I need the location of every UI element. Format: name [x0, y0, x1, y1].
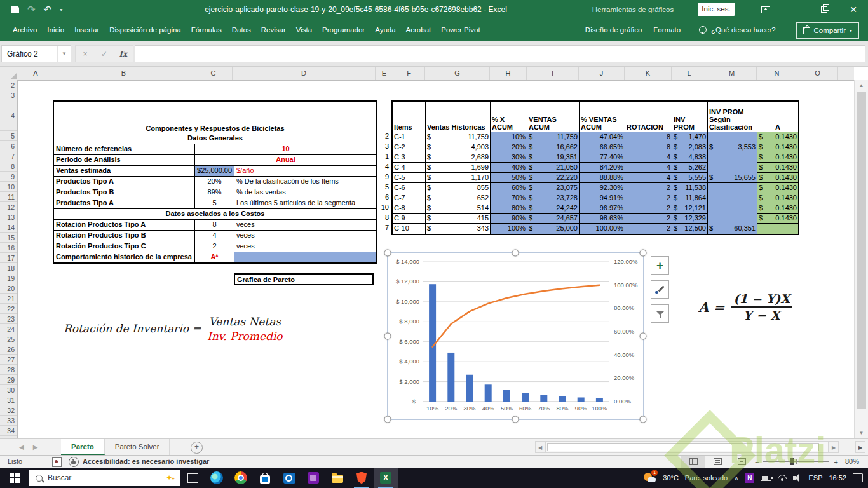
volume-icon[interactable] [793, 474, 802, 482]
ribbon-tab-insertar[interactable]: Insertar [69, 19, 104, 41]
restore-button[interactable] [810, 0, 839, 19]
e-column-value[interactable]: 2 [372, 131, 390, 141]
zoom-level[interactable]: 80% [845, 456, 859, 468]
left-table-row[interactable]: Rotación Productos Tipo B4veces [54, 231, 376, 241]
column-header-k[interactable]: K [625, 66, 672, 80]
row-header-31[interactable]: 31 [0, 395, 17, 405]
row-header-28[interactable]: 28 [0, 365, 17, 375]
select-all-corner[interactable] [0, 66, 18, 80]
customize-qat-icon[interactable]: ▾ [60, 7, 62, 13]
ribbon-tab-datos[interactable]: Datos [227, 19, 256, 41]
column-header-f[interactable]: F [393, 66, 425, 80]
items-table-row[interactable]: C-2$4,90320%$16,66266.65%8$2,083$3,553$0… [393, 142, 798, 152]
share-button[interactable]: Compartir ▾ [796, 22, 860, 39]
chart-selection-handle[interactable] [384, 416, 391, 423]
zoom-slider-thumb[interactable] [790, 458, 794, 465]
weather-temperature[interactable]: 30°C [663, 474, 679, 482]
left-table-row[interactable]: Número de referencias10 [54, 144, 376, 155]
tray-chevron-up-icon[interactable]: ∧ [734, 475, 738, 482]
e-column-value[interactable]: 5 [372, 182, 390, 192]
column-header-o[interactable]: O [797, 66, 838, 80]
left-table-row[interactable]: Productos Tipo B89%% de las ventas [54, 187, 376, 198]
chart-selection-handle[interactable] [640, 250, 647, 257]
formula-input[interactable] [135, 45, 865, 62]
chart-styles-button[interactable] [651, 280, 669, 299]
pareto-chart[interactable]: $ 14,000$ 12,000$ 10,000$ 8,000$ 6,000$ … [388, 253, 643, 419]
taskbar-app-task-view[interactable] [180, 468, 205, 488]
sheet-nav-right-icon[interactable]: ▶ [33, 444, 38, 451]
grafica-pareto-label-box[interactable]: Grafica de Pareto [234, 273, 374, 285]
ribbon-tab-programador[interactable]: Programador [317, 19, 370, 41]
left-table-row[interactable]: Comportamiento historico de la empresaA* [54, 252, 376, 262]
row-header-29[interactable]: 29 [0, 375, 17, 385]
zoom-slider[interactable] [763, 461, 829, 462]
redo-icon[interactable]: ↷ [27, 0, 36, 19]
row-header-34[interactable]: 34 [0, 426, 17, 436]
taskbar-app-purple-app[interactable] [301, 468, 325, 488]
row-header-19[interactable]: 19 [0, 273, 17, 283]
row-header-12[interactable]: 12 [0, 202, 17, 212]
taskbar-app-excel[interactable]: X [374, 468, 398, 488]
normal-view-button[interactable] [681, 456, 705, 468]
chart-filters-button[interactable] [651, 304, 669, 323]
row-header-24[interactable]: 24 [0, 324, 17, 334]
chart-selection-handle[interactable] [384, 333, 391, 340]
hscroll-track[interactable] [545, 441, 829, 453]
column-header-g[interactable]: G [425, 66, 490, 80]
e-column-value[interactable]: 6 [372, 192, 390, 202]
items-table-row[interactable]: C-6$85560%$23,07592.30%2$11,538$0.1430 [393, 183, 798, 193]
weather-condition[interactable]: Parc. soleado [685, 474, 728, 482]
taskbar-app-chrome[interactable] [229, 468, 253, 488]
horizontal-scroll-thumb[interactable] [547, 443, 819, 451]
cancel-icon[interactable]: × [76, 50, 95, 58]
add-sheet-button[interactable]: + [191, 442, 203, 454]
hscroll-left-icon[interactable]: ◀ [535, 441, 545, 453]
column-header-c[interactable]: C [194, 66, 233, 80]
ribbon-display-options-button[interactable] [751, 0, 780, 19]
row-header-9[interactable]: 9 [0, 172, 17, 182]
left-table-row[interactable]: Rotación Productos Tipo A8veces [54, 220, 376, 231]
taskbar-app-edge[interactable] [205, 468, 229, 488]
row-header-14[interactable]: 14 [0, 222, 17, 233]
sheet-tab-pareto[interactable]: Pareto [61, 439, 105, 455]
battery-icon[interactable] [761, 475, 771, 481]
row-header-13[interactable]: 13 [0, 212, 17, 222]
sheet-nav-left-icon[interactable]: ◀ [19, 444, 24, 451]
items-table-row[interactable]: C-7$65270%$23,72894.91%2$11,864$0.1430 [393, 193, 798, 203]
vertical-scroll-thumb[interactable] [857, 92, 866, 409]
minimize-button[interactable] [780, 0, 810, 19]
e-column-value[interactable]: 1 [372, 151, 390, 161]
chart-selection-handle[interactable] [384, 250, 391, 257]
name-box[interactable]: Gráfico 2 ▼ [1, 45, 71, 62]
ribbon-tab-inicio[interactable]: Inicio [42, 19, 69, 41]
row-header-32[interactable]: 32 [0, 405, 17, 416]
macro-record-icon[interactable] [52, 458, 62, 467]
taskbar-app-file-explorer[interactable] [325, 468, 349, 488]
row-header-23[interactable]: 23 [0, 314, 17, 324]
row-header-5[interactable]: 5 [0, 131, 17, 141]
items-table-row[interactable]: C-8$51480%$24,24296.97%2$12,121$0.1430 [393, 203, 798, 214]
e-column-value[interactable]: 3 [372, 141, 390, 151]
ribbon-tab-acrobat[interactable]: Acrobat [401, 19, 437, 41]
insert-function-icon[interactable]: fx [114, 50, 133, 58]
left-table-row[interactable]: Productos Tipo A20%% De la clasificacón … [54, 177, 376, 187]
row-header-4[interactable]: 4 [0, 100, 17, 131]
row-header-18[interactable]: 18 [0, 263, 17, 273]
row-header-17[interactable]: 17 [0, 253, 17, 263]
chart-elements-button[interactable]: + [651, 256, 669, 274]
items-table-row[interactable]: C-4$1,69940%$21,05084.20%4$5,262$0.1430 [393, 163, 798, 173]
column-header-b[interactable]: B [53, 66, 194, 80]
row-header-6[interactable]: 6 [0, 141, 17, 151]
column-header-a[interactable]: A [18, 66, 53, 80]
items-table-row[interactable]: C-5$1,17050%$22,22088.88%4$5,555$15,655$… [393, 173, 798, 183]
row-header-15[interactable]: 15 [0, 233, 17, 243]
column-header-e[interactable]: E [376, 66, 393, 80]
row-header-2[interactable]: 2 [0, 80, 17, 90]
e-column-value[interactable]: 8 [372, 212, 390, 222]
horizontal-scrollbar[interactable]: ◀ ▶ [535, 441, 839, 453]
taskbar-app-brave[interactable] [349, 468, 374, 488]
left-table-row[interactable]: Periodo de AnálisisAnual [54, 155, 376, 166]
page-layout-view-button[interactable] [705, 456, 729, 468]
row-header-22[interactable]: 22 [0, 304, 17, 314]
items-table[interactable]: ItemsVentas Historicas% X ACUMVENTAS ACU… [391, 100, 799, 235]
